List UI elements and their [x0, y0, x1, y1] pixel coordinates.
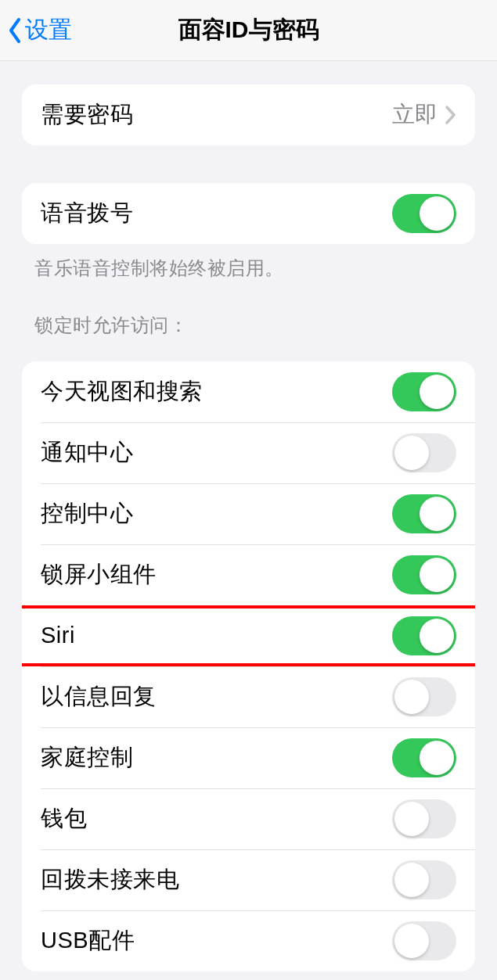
- lock-access-row: 回拨未接来电: [22, 849, 475, 910]
- lock-access-group: 今天视图和搜索通知中心控制中心锁屏小组件Siri以信息回复家庭控制钱包回拨未接来…: [22, 361, 475, 971]
- lock-access-item-label: Siri: [41, 623, 75, 648]
- back-button[interactable]: 设置: [6, 14, 72, 46]
- lock-access-item-label: 锁屏小组件: [41, 559, 157, 591]
- lock-access-toggle[interactable]: [392, 616, 456, 655]
- lock-access-toggle[interactable]: [392, 738, 456, 777]
- require-passcode-label: 需要密码: [41, 99, 133, 131]
- lock-access-toggle[interactable]: [392, 494, 456, 533]
- lock-access-toggle[interactable]: [392, 799, 456, 838]
- lock-access-row: USB配件: [22, 910, 475, 971]
- lock-access-row: 钱包: [22, 788, 475, 849]
- lock-access-item-label: 今天视图和搜索: [41, 376, 203, 407]
- lock-access-item-label: 通知中心: [41, 437, 133, 468]
- page-title: 面容ID与密码: [0, 14, 497, 46]
- lock-access-row: 控制中心: [22, 483, 475, 544]
- chevron-left-icon: [6, 16, 23, 45]
- nav-bar: 设置 面容ID与密码: [0, 0, 497, 61]
- require-passcode-group: 需要密码 立即: [22, 84, 475, 145]
- back-label: 设置: [25, 14, 72, 46]
- lock-access-row: 今天视图和搜索: [22, 361, 475, 422]
- voice-dial-row: 语音拨号: [22, 183, 475, 244]
- lock-access-row: Siri: [22, 605, 475, 666]
- lock-access-item-label: 钱包: [41, 803, 87, 835]
- content: 需要密码 立即 语音拨号 音乐语音控制将始终被启用。 锁定时允许访问： 今天视图…: [0, 84, 497, 980]
- lock-access-item-label: 以信息回复: [41, 681, 157, 713]
- require-passcode-row[interactable]: 需要密码 立即: [22, 84, 475, 145]
- voice-dial-footer: 音乐语音控制将始终被启用。: [0, 244, 497, 282]
- lock-access-footer: iPhone 锁定超过一小时后，需先解锁iPhone才能允许USB 配件连接。: [0, 971, 497, 980]
- lock-access-item-label: 家庭控制: [41, 742, 133, 774]
- lock-access-toggle[interactable]: [392, 860, 456, 899]
- lock-access-toggle[interactable]: [392, 921, 456, 960]
- lock-access-toggle[interactable]: [392, 555, 456, 594]
- lock-access-item-label: USB配件: [41, 925, 135, 957]
- voice-dial-label: 语音拨号: [41, 198, 133, 229]
- lock-access-item-label: 回拨未接来电: [41, 864, 179, 896]
- lock-access-item-label: 控制中心: [41, 498, 133, 529]
- chevron-right-icon: [445, 106, 456, 124]
- lock-access-row: 通知中心: [22, 422, 475, 483]
- lock-access-row: 锁屏小组件: [22, 544, 475, 605]
- lock-access-header: 锁定时允许访问：: [0, 313, 497, 347]
- lock-access-row: 家庭控制: [22, 727, 475, 788]
- lock-access-row: 以信息回复: [22, 666, 475, 727]
- voice-dial-toggle[interactable]: [392, 194, 456, 233]
- lock-access-toggle[interactable]: [392, 677, 456, 716]
- require-passcode-value: 立即: [392, 99, 438, 131]
- voice-dial-group: 语音拨号: [22, 183, 475, 244]
- lock-access-toggle[interactable]: [392, 372, 456, 411]
- lock-access-toggle[interactable]: [392, 433, 456, 472]
